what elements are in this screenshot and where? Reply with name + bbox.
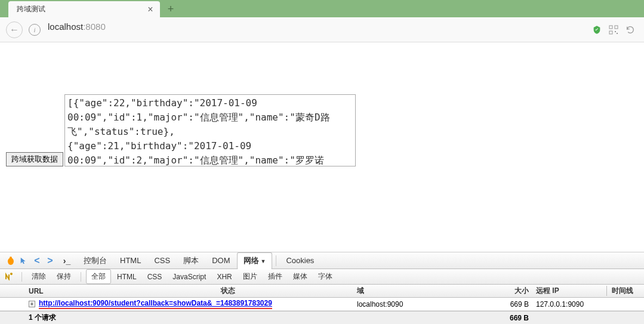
filter-all[interactable]: 全部 [86,269,111,284]
col-url[interactable]: URL [0,287,221,295]
url-bar[interactable]: localhost:8080 [44,21,588,38]
filter-plugins[interactable]: 插件 [263,270,287,283]
svg-rect-4 [617,33,618,34]
svg-rect-3 [615,31,616,32]
nav-back-icon[interactable]: < [31,255,43,267]
request-url-cell: + http://localhost:9090/student?callback… [0,299,357,309]
tab-title: 跨域测试 [17,4,146,14]
tab-css[interactable]: CSS [148,254,176,267]
qr-icon[interactable] [608,24,619,35]
svg-rect-1 [615,26,618,29]
tab-console[interactable]: 控制台 [78,253,113,269]
devtools-panel: < > ›_ 控制台 HTML CSS 脚本 DOM 网络▼ Cookies 清… [0,252,644,324]
network-grid: URL 状态 域 大小 远程 IP 时间线 + http://localhost… [0,285,644,324]
filter-js[interactable]: JavaScript [168,271,211,283]
col-timeline[interactable]: 时间线 [606,286,644,296]
url-host: localhost [48,21,83,32]
back-button[interactable]: ← [6,21,23,38]
devtools-tabs: < > ›_ 控制台 HTML CSS 脚本 DOM 网络▼ Cookies [0,252,644,269]
nav-icons [591,24,636,35]
tab-dom[interactable]: DOM [206,254,236,267]
separator [81,272,81,282]
svg-point-7 [10,273,13,275]
response-textarea[interactable] [64,94,356,166]
separator [276,255,276,266]
network-request-row[interactable]: + http://localhost:9090/student?callback… [0,298,644,311]
browser-tab-strip: 跨域测试 × + [0,0,644,17]
browser-nav-bar: ← i localhost:8080 [0,17,644,42]
tab-html[interactable]: HTML [114,254,147,267]
inspect-icon[interactable] [18,255,30,267]
chevron-down-icon: ▼ [260,258,266,264]
new-tab-button[interactable]: + [164,3,178,15]
request-size: 669 B [493,300,536,308]
tab-script[interactable]: 脚本 [177,253,205,269]
nav-forward-icon[interactable]: > [44,255,56,267]
expand-icon[interactable]: + [29,301,35,307]
filter-images[interactable]: 图片 [238,270,262,283]
col-status[interactable]: 状态 [221,286,357,296]
step-icon[interactable]: ›_ [61,255,73,267]
separator [21,272,22,282]
filter-css[interactable]: CSS [143,271,167,283]
svg-rect-2 [609,31,612,34]
filter-media[interactable]: 媒体 [288,270,312,283]
close-icon[interactable]: × [146,5,155,14]
clear-button[interactable]: 清除 [27,270,51,283]
svg-rect-0 [609,26,612,29]
tab-network[interactable]: 网络▼ [237,252,272,270]
grid-header: URL 状态 域 大小 远程 IP 时间线 [0,285,644,298]
reload-icon[interactable] [625,24,636,35]
col-remote-ip[interactable]: 远程 IP [536,286,606,296]
request-url-link[interactable]: http://localhost:9090/student?callback=s… [39,299,272,309]
xhr-icon[interactable] [5,272,14,282]
persist-button[interactable]: 保持 [52,270,76,283]
cors-fetch-button[interactable]: 跨域获取数据 [6,152,63,166]
grid-summary: 1 个请求 669 B [0,311,644,324]
devtools-subtabs: 清除 保持 全部 HTML CSS JavaScript XHR 图片 插件 媒… [0,269,644,285]
filter-html[interactable]: HTML [112,271,141,283]
tab-network-label: 网络 [244,256,259,265]
page-content: 跨域获取数据 [0,42,644,209]
filter-xhr[interactable]: XHR [212,271,236,283]
url-port: :8080 [83,21,106,32]
summary-label: 1 个请求 [0,313,493,323]
col-size[interactable]: 大小 [493,286,536,296]
tab-cookies[interactable]: Cookies [280,254,320,267]
request-remote-ip: 127.0.0.1:9090 [536,300,606,308]
filter-fonts[interactable]: 字体 [313,270,337,283]
request-domain: localhost:9090 [357,300,493,308]
arrow-left-icon: ← [10,24,19,35]
summary-size: 669 B [493,314,536,322]
info-icon[interactable]: i [29,24,41,36]
svg-point-6 [10,257,12,259]
browser-tab[interactable]: 跨域测试 × [8,1,160,17]
firebug-icon[interactable] [5,255,17,267]
shield-icon[interactable] [591,24,602,35]
col-domain[interactable]: 域 [357,286,493,296]
